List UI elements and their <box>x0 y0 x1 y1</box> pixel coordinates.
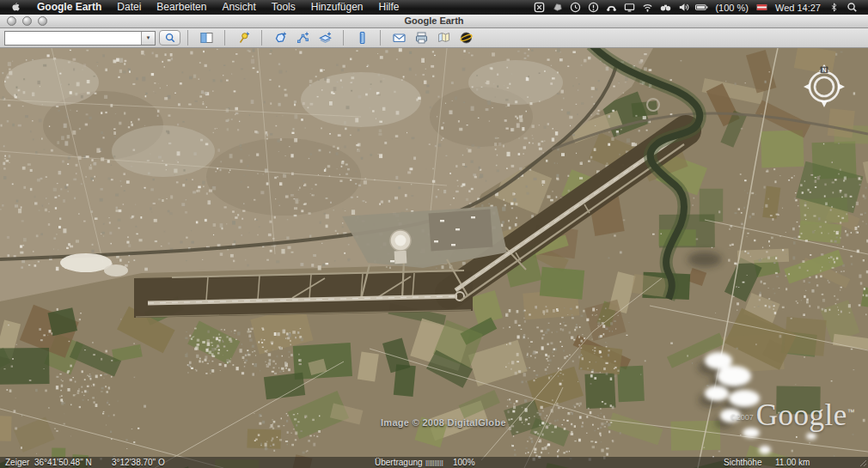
volume-icon[interactable] <box>675 0 693 15</box>
pan-south-arrow[interactable] <box>821 100 828 107</box>
time-machine-icon[interactable] <box>566 0 584 15</box>
battery-icon[interactable] <box>693 0 711 15</box>
streaming-percent: 100% <box>453 457 475 468</box>
zoom-button[interactable] <box>38 16 47 26</box>
print-button[interactable] <box>411 29 431 46</box>
email-icon <box>392 31 406 45</box>
add-path-button[interactable] <box>292 29 313 46</box>
widget-icon[interactable] <box>548 0 566 15</box>
sky-planet-icon <box>459 31 474 45</box>
battery-percent[interactable]: (100 %) <box>711 3 753 13</box>
pointer-longitude: 3°12'38.70" O <box>112 457 165 468</box>
altitude-label: Sichthöhe <box>724 457 761 468</box>
compass-navigation[interactable]: N <box>800 63 848 111</box>
logo-year: ©2007 <box>730 413 754 422</box>
streaming-bars: |||||||||| <box>425 457 443 468</box>
google-watermark: ©2007 Google ™ <box>730 400 855 430</box>
toggle-sidebar-button[interactable] <box>196 29 217 46</box>
pointer-latitude: 36°41'50.48" N <box>34 457 92 468</box>
spotlight-icon[interactable] <box>843 0 861 15</box>
apple-menu[interactable] <box>0 2 29 13</box>
map-view[interactable]: N Image © 2008 DigitalGlobe ©2007 Google… <box>0 48 868 468</box>
search-input[interactable] <box>5 32 141 45</box>
ruler-icon <box>355 31 370 45</box>
toolbar: ▼ <box>0 28 868 48</box>
window-title-bar[interactable]: Google Earth <box>0 15 868 28</box>
menu-ansicht[interactable]: Ansicht <box>214 0 263 15</box>
email-button[interactable] <box>388 29 409 46</box>
minimize-button[interactable] <box>22 16 32 26</box>
status-bar: Zeiger 36°41'50.48" N 3°12'38.70" O Über… <box>0 457 868 468</box>
menu-google-earth[interactable]: Google Earth <box>29 0 109 15</box>
pan-east-arrow[interactable] <box>838 83 845 90</box>
keyboard-flag-icon[interactable] <box>753 0 771 15</box>
logo-text: Google <box>756 400 847 430</box>
add-placemark-button[interactable] <box>233 29 254 46</box>
menu-hilfe[interactable]: Hilfe <box>371 0 407 15</box>
close-button[interactable] <box>7 16 16 26</box>
menu-bearbeiten[interactable]: Bearbeiten <box>149 0 214 15</box>
display-icon[interactable] <box>620 0 639 15</box>
wifi-icon[interactable] <box>639 0 657 15</box>
ruler-button[interactable] <box>351 29 372 46</box>
placemark-icon <box>236 31 251 45</box>
polygon-icon <box>273 31 288 45</box>
menubar-clock[interactable]: Wed 14:27 <box>771 3 825 13</box>
image-overlay-icon <box>318 31 333 45</box>
menubar-status-area: (100 %) Wed 14:27 <box>530 0 868 15</box>
binoculars-icon[interactable] <box>657 0 675 15</box>
toolbar-separator <box>380 30 381 46</box>
map-icon <box>437 31 451 45</box>
view-in-google-maps-button[interactable] <box>433 29 454 46</box>
apple-icon <box>10 2 21 13</box>
search-combo: ▼ <box>4 31 156 46</box>
pan-west-arrow[interactable] <box>804 83 810 90</box>
sidebar-icon <box>199 31 214 45</box>
phone-icon[interactable] <box>602 0 620 15</box>
logo-tm: ™ <box>847 408 855 416</box>
toolbar-separator <box>187 30 188 46</box>
window-title: Google Earth <box>0 15 868 27</box>
menu-bar: Google Earth Datei Bearbeiten Ansicht To… <box>0 0 868 15</box>
add-polygon-button[interactable] <box>270 29 290 46</box>
sync-icon[interactable] <box>584 0 602 15</box>
switch-to-sky-button[interactable] <box>455 29 476 46</box>
magnifier-icon <box>164 32 176 44</box>
path-icon <box>296 31 310 45</box>
altitude-value: 11.00 km <box>775 457 810 468</box>
screen: Google Earth Datei Bearbeiten Ansicht To… <box>0 0 868 468</box>
streaming-label: Übertragung <box>375 457 423 468</box>
toolbar-separator <box>224 30 225 46</box>
menu-datei[interactable]: Datei <box>109 0 149 15</box>
menu-hinzufuegen[interactable]: Hinzufügen <box>303 0 371 15</box>
search-button[interactable] <box>159 30 180 46</box>
add-image-overlay-button[interactable] <box>315 29 335 46</box>
resize-grip[interactable] <box>859 459 867 467</box>
toolbar-separator <box>261 30 262 46</box>
window-controls <box>7 16 47 26</box>
search-dropdown-button[interactable]: ▼ <box>141 32 155 45</box>
printer-icon <box>414 31 429 45</box>
imagery-credit: Image © 2008 DigitalGlobe <box>381 417 506 428</box>
menu-tools[interactable]: Tools <box>264 0 303 15</box>
bluetooth-icon[interactable] <box>825 0 843 15</box>
toolbar-separator <box>343 30 344 46</box>
window-x-icon[interactable] <box>530 0 548 15</box>
compass-north-label: N <box>822 67 827 73</box>
pointer-label: Zeiger <box>5 457 29 468</box>
